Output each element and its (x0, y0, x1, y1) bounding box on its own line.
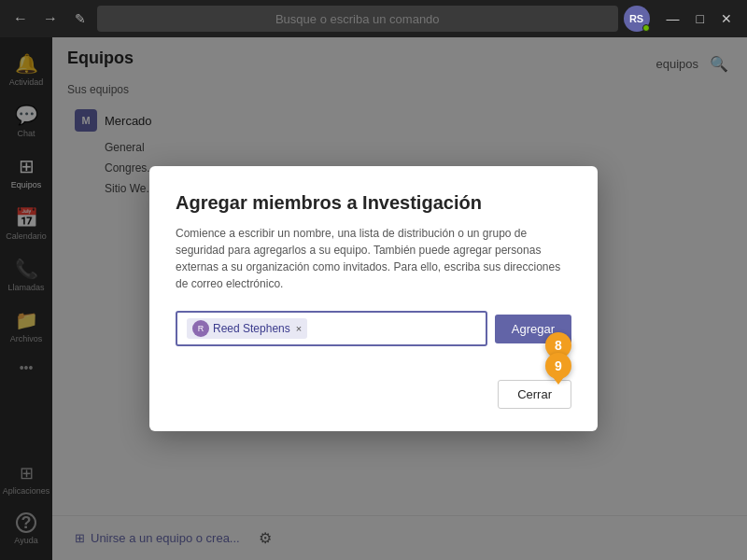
modal-overlay: Agregar miembros a Investigación Comienc… (0, 37, 747, 560)
command-search-input[interactable] (97, 6, 618, 32)
close-button[interactable]: ✕ (713, 7, 740, 30)
user-avatar[interactable]: RS (624, 6, 650, 32)
title-bar: ← → ✎ RS — □ ✕ (0, 0, 747, 37)
chip-avatar: R (192, 320, 209, 337)
modal-title: Agregar miembros a Investigación (176, 192, 571, 214)
minimize-button[interactable]: — (659, 7, 687, 30)
chip-remove-button[interactable]: × (296, 323, 302, 334)
nav-buttons: ← → (7, 7, 63, 31)
member-search-input[interactable]: R Reed Stephens × (176, 311, 487, 346)
member-input-row: R Reed Stephens × Agregar (176, 311, 571, 346)
step-badge-9: 9 (545, 353, 571, 379)
modal-footer: Cerrar (176, 365, 571, 409)
maximize-button[interactable]: □ (689, 7, 712, 30)
online-indicator (642, 24, 650, 32)
member-chip-reed: R Reed Stephens × (187, 318, 307, 339)
forward-button[interactable]: → (37, 7, 63, 31)
window-controls: — □ ✕ (659, 7, 740, 30)
chip-initial: R (198, 324, 204, 333)
chip-name: Reed Stephens (213, 322, 290, 335)
back-button[interactable]: ← (7, 7, 34, 31)
edit-button[interactable]: ✎ (69, 7, 92, 30)
add-members-modal: Agregar miembros a Investigación Comienc… (149, 166, 598, 431)
modal-description: Comience a escribir un nombre, una lista… (176, 225, 571, 292)
